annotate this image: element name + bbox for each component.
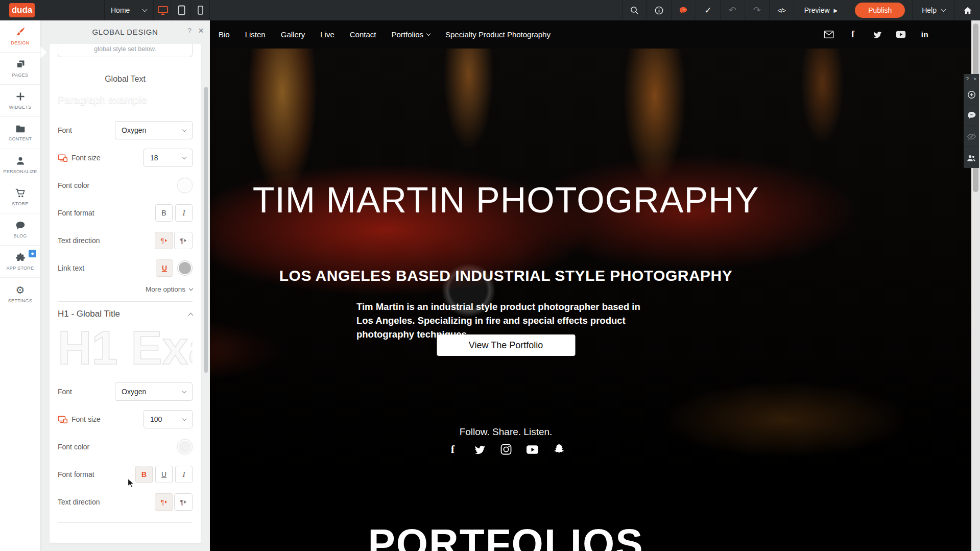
h1-font-format-row: Font format B U I	[58, 465, 193, 484]
email-icon[interactable]	[822, 28, 835, 41]
help-label: Help	[922, 6, 937, 14]
help-icon[interactable]: ?	[966, 76, 969, 82]
linkedin-icon[interactable]: in	[918, 28, 931, 41]
page-selector-dropdown[interactable]: Home	[104, 0, 153, 20]
font-color-swatch[interactable]	[177, 178, 193, 193]
nav-item-bio[interactable]: Bio	[219, 30, 230, 39]
chevron-down-icon	[426, 32, 431, 36]
italic-button[interactable]: I	[175, 204, 193, 222]
h1-font-size-select[interactable]: 100	[144, 410, 193, 428]
close-icon[interactable]: ×	[198, 25, 204, 36]
nav-item-contact[interactable]: Contact	[350, 30, 376, 39]
view-portfolio-button[interactable]: View The Portfolio	[437, 334, 575, 356]
nav-item-gallery[interactable]: Gallery	[281, 30, 305, 39]
preview-button[interactable]: Preview ▶	[794, 0, 848, 20]
facebook-icon[interactable]: f	[846, 28, 859, 41]
tablet-view-button[interactable]	[172, 0, 191, 20]
font-select[interactable]: Oxygen	[115, 121, 193, 139]
desktop-icon	[157, 6, 169, 15]
comment-bubble-icon	[967, 111, 976, 120]
font-size-select[interactable]: 18	[144, 149, 193, 167]
collaborators-button[interactable]	[964, 147, 979, 168]
dev-mode-button[interactable]: </>	[769, 0, 794, 20]
sidebar-item-personalize[interactable]: PERSONALIZE	[0, 149, 40, 181]
chevron-down-icon	[941, 7, 946, 12]
rtl-button[interactable]: ¶	[174, 232, 193, 249]
feedback-button[interactable]	[671, 0, 696, 20]
ltr-button[interactable]: ¶	[155, 232, 173, 249]
youtube-icon[interactable]	[526, 443, 539, 456]
sidebar-item-blog[interactable]: BLOG	[0, 213, 40, 246]
global-design-panel: GLOBAL DESIGN ? × global style set below…	[40, 20, 210, 551]
direction-arrow	[165, 500, 167, 504]
nav-item-live[interactable]: Live	[320, 30, 334, 39]
redo-button[interactable]: ↷	[745, 0, 769, 20]
chevron-up-icon	[188, 313, 194, 318]
ltr-button[interactable]: ¶	[155, 493, 173, 511]
text-direction-row: Text direction ¶ ¶	[58, 231, 193, 250]
publish-button[interactable]: Publish	[855, 3, 905, 18]
more-options-link[interactable]: More options	[58, 285, 193, 293]
panel-title: GLOBAL DESIGN	[92, 28, 158, 36]
sidebar-item-app-store[interactable]: ★ APP STORE	[0, 246, 40, 278]
link-color-swatch[interactable]	[177, 260, 193, 276]
pilcrow-ltr-icon: ¶	[161, 237, 164, 245]
undo-button[interactable]: ↶	[720, 0, 745, 20]
sidebar-item-settings[interactable]: ⚙ SETTINGS	[0, 278, 40, 310]
facebook-icon[interactable]: f	[446, 443, 460, 456]
help-dropdown[interactable]: Help	[912, 0, 954, 20]
play-icon: ▶	[834, 8, 838, 13]
sidebar-label: PERSONALIZE	[3, 169, 37, 174]
mobile-view-button[interactable]	[191, 0, 210, 20]
search-button[interactable]	[622, 0, 647, 20]
twitter-icon[interactable]	[473, 443, 486, 456]
sidebar-item-widgets[interactable]: WIDGETS	[0, 85, 40, 117]
close-icon[interactable]: ×	[973, 75, 977, 83]
dashboard-home-button[interactable]	[954, 0, 980, 20]
desktop-view-button[interactable]	[153, 0, 172, 20]
italic-button[interactable]: I	[175, 466, 193, 483]
device-sync-icon	[58, 154, 68, 162]
panel-header: GLOBAL DESIGN ? ×	[40, 20, 210, 43]
h1-section-header[interactable]: H1 - Global Title	[58, 309, 193, 319]
chevron-down-icon	[182, 416, 186, 420]
h1-font-color-swatch[interactable]	[177, 439, 193, 454]
underline-button[interactable]: U	[155, 466, 173, 483]
comments-button[interactable]	[964, 105, 979, 126]
save-confirm-button[interactable]: ✓	[696, 0, 720, 20]
section-divider	[58, 301, 193, 302]
sidebar-item-content[interactable]: CONTENT	[0, 117, 40, 149]
bold-button[interactable]: B	[135, 466, 153, 483]
duda-logo[interactable]: duda	[9, 3, 35, 17]
chevron-down-icon	[182, 389, 186, 393]
nav-item-listen[interactable]: Listen	[245, 30, 266, 39]
hide-elements-button[interactable]	[964, 126, 979, 147]
sidebar-label: SETTINGS	[8, 298, 32, 303]
font-color-label: Font color	[58, 181, 89, 189]
home-icon	[963, 6, 972, 15]
bold-button[interactable]: B	[155, 204, 173, 222]
h1-font-select[interactable]: Oxygen	[115, 382, 193, 401]
info-button[interactable]	[647, 0, 671, 20]
youtube-icon[interactable]	[894, 28, 907, 41]
plus-icon	[15, 91, 26, 102]
help-icon[interactable]: ?	[187, 27, 192, 35]
link-underline-button[interactable]: U	[156, 259, 173, 277]
sidebar-item-design[interactable]: DESIGN	[0, 20, 40, 53]
instagram-icon[interactable]	[499, 443, 513, 456]
nav-item-specialty[interactable]: Specialty Product Photography	[445, 30, 551, 39]
direction-arrow	[184, 500, 186, 504]
zoom-add-button[interactable]	[964, 84, 979, 105]
snapchat-icon[interactable]	[553, 443, 566, 456]
editor-sidebar: DESIGN PAGES WIDGETS CONTENT PERSONALIZE…	[0, 20, 40, 551]
sidebar-label: WIDGETS	[9, 105, 31, 110]
floating-tools-panel: ? ×	[964, 74, 979, 168]
sidebar-item-store[interactable]: STORE	[0, 181, 40, 213]
rtl-button[interactable]: ¶	[174, 493, 193, 511]
sidebar-item-pages[interactable]: PAGES	[0, 53, 40, 85]
nav-item-portfolios[interactable]: Portfolios	[391, 30, 430, 39]
twitter-icon[interactable]	[870, 28, 883, 41]
puzzle-icon	[15, 252, 26, 262]
panel-scrollbar-thumb[interactable]	[204, 87, 208, 373]
star-icon: ★	[30, 251, 34, 256]
